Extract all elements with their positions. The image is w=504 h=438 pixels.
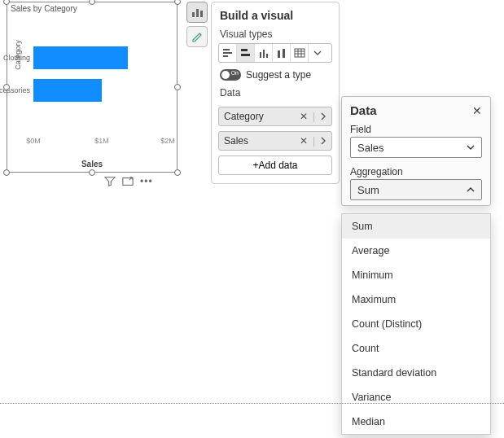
bar-accessories [33, 79, 102, 102]
suggest-type-toggle[interactable]: On [220, 69, 241, 81]
chevron-up-icon [467, 186, 475, 194]
x-axis-title: Sales [7, 160, 177, 169]
aggregation-option-count-distinct[interactable]: Count (Distinct) [342, 312, 490, 336]
visual-type-picker [218, 43, 332, 63]
aggregation-option-count[interactable]: Count [342, 336, 490, 361]
svg-rect-1 [192, 12, 195, 17]
svg-rect-3 [200, 11, 203, 17]
vis-type-table[interactable] [291, 44, 309, 62]
chevron-down-icon [467, 143, 475, 151]
bar-chart-visual[interactable]: Sales by Category Category Clothing Acce… [7, 2, 177, 173]
vis-type-more-dropdown[interactable] [309, 44, 327, 62]
svg-rect-14 [295, 49, 305, 57]
aggregation-option-minimum[interactable]: Minimum [342, 263, 490, 287]
vis-type-column[interactable] [255, 44, 273, 62]
svg-rect-6 [223, 55, 228, 57]
aggregation-option-median[interactable]: Median [342, 410, 490, 434]
vis-type-stacked-bar[interactable] [219, 44, 237, 62]
svg-rect-0 [123, 178, 133, 186]
resize-handle-sw[interactable] [3, 169, 10, 176]
aggregation-option-maximum[interactable]: Maximum [342, 287, 490, 312]
svg-rect-5 [223, 52, 232, 54]
svg-rect-11 [266, 54, 268, 58]
aggregation-option-variance[interactable]: Variance [342, 385, 490, 410]
svg-rect-10 [263, 50, 265, 58]
svg-rect-4 [223, 49, 230, 50]
category-label-0: Clothing [0, 54, 30, 62]
build-visual-tab-button[interactable] [186, 2, 208, 23]
suggest-type-label: Suggest a type [246, 69, 311, 81]
resize-handle-se[interactable] [174, 169, 181, 176]
resize-handle-w[interactable] [3, 84, 10, 90]
field-select-value: Sales [357, 142, 384, 154]
aggregation-option-sum[interactable]: Sum [342, 214, 490, 239]
vis-type-stacked-column[interactable] [273, 44, 291, 62]
chevron-right-icon [320, 112, 327, 120]
resize-handle-e[interactable] [174, 84, 181, 90]
more-options-icon[interactable]: ••• [140, 176, 153, 187]
data-field-category[interactable]: Category ✕ | [218, 107, 332, 126]
field-select[interactable]: Sales [350, 137, 482, 158]
x-tick-0: $0M [26, 137, 41, 145]
aggregation-select[interactable]: Sum [350, 179, 482, 200]
svg-rect-13 [283, 49, 285, 58]
field-label: Field [342, 120, 490, 137]
data-fields-section: Category ✕ | Sales ✕ | +Add data [212, 107, 339, 175]
paintbrush-icon [191, 30, 204, 43]
chevron-right-icon [320, 137, 327, 145]
suggest-type-row: On Suggest a type [212, 63, 339, 85]
filter-icon[interactable] [104, 176, 116, 187]
aggregation-select-value: Sum [357, 184, 379, 196]
plot-area: Category Clothing Accessories [33, 37, 170, 133]
add-data-button[interactable]: +Add data [218, 155, 332, 175]
remove-field-icon[interactable]: ✕ [300, 135, 308, 147]
svg-rect-8 [241, 54, 250, 56]
bar-chart-icon [191, 6, 204, 19]
focus-mode-icon[interactable] [122, 176, 134, 187]
build-visual-pane: Build a visual Visual types On Suggest a… [211, 2, 340, 184]
aggregation-option-stddev[interactable]: Standard deviation [342, 361, 490, 385]
data-popup-title: Data [350, 103, 377, 117]
resize-handle-s[interactable] [89, 169, 95, 176]
remove-field-icon[interactable]: ✕ [300, 111, 308, 122]
close-icon[interactable]: ✕ [472, 104, 482, 117]
data-field-popup: Data ✕ Field Sales Aggregation Sum [341, 96, 491, 206]
svg-rect-7 [241, 49, 248, 51]
format-visual-tab-button[interactable] [186, 26, 208, 47]
x-tick-2: $2M [160, 137, 175, 145]
visual-types-label: Visual types [212, 27, 339, 43]
x-tick-1: $1M [94, 137, 109, 145]
data-section-label: Data [212, 85, 339, 102]
svg-rect-12 [278, 50, 280, 58]
canvas-boundary-line [0, 403, 504, 404]
field-context-menu-icon[interactable] [320, 137, 327, 145]
data-field-label: Category [224, 111, 264, 122]
svg-rect-9 [260, 52, 261, 58]
field-context-menu-icon[interactable] [320, 112, 327, 120]
svg-rect-2 [196, 9, 199, 17]
x-axis-ticks: $0M $1M $2M [33, 137, 170, 147]
aggregation-option-average[interactable]: Average [342, 239, 490, 263]
bar-clothing [33, 46, 128, 69]
pane-switcher [186, 2, 208, 47]
visual-selection-bounds[interactable]: Sales by Category Category Clothing Acce… [7, 2, 177, 173]
data-field-sales[interactable]: Sales ✕ | [218, 131, 332, 151]
aggregation-dropdown-list: Sum Average Minimum Maximum Count (Disti… [341, 213, 491, 435]
data-field-label: Sales [224, 135, 248, 147]
build-pane-title: Build a visual [212, 2, 339, 27]
chevron-down-icon [313, 49, 322, 57]
aggregation-label: Aggregation [342, 163, 490, 179]
vis-type-clustered-bar[interactable] [237, 44, 255, 62]
resize-handle-ne[interactable] [174, 0, 181, 5]
visual-action-bar: ••• [104, 176, 153, 187]
